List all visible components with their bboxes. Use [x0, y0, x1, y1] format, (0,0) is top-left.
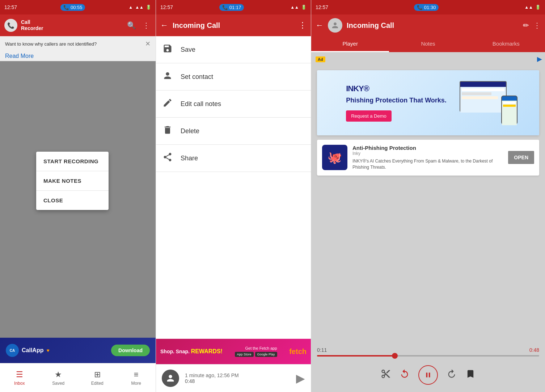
delete-icon	[162, 125, 173, 137]
player-controls: 0:11 0:48	[311, 343, 545, 392]
recording-timestamp: 1 minute ago, 12:56 PM	[185, 372, 290, 378]
more-nav-icon: ≡	[134, 370, 139, 379]
save-label: Save	[181, 46, 195, 54]
nav-edited-label: Edited	[91, 381, 103, 386]
popup-menu: START RECORDING MAKE NOTES CLOSE	[36, 152, 109, 210]
contact-icon	[162, 71, 173, 83]
open-ad-button[interactable]: OPEN	[508, 151, 534, 164]
secondary-ad-desc: INKY®'s AI Catches Everything From Spam …	[352, 158, 503, 170]
forward-button[interactable]	[447, 369, 457, 382]
player-area: Ad ▶ INKY® Phishing Protection That Work…	[311, 52, 545, 343]
download-button[interactable]: Download	[111, 345, 150, 356]
close-button[interactable]: CLOSE	[36, 191, 109, 210]
menu-more-icon[interactable]: ⋮	[299, 21, 307, 30]
status-time-1: 12:57	[4, 4, 17, 10]
app-logo: 📞	[4, 19, 17, 32]
call-timer-2: 📞 01:17	[219, 4, 244, 11]
octopus-logo: 🐙	[322, 145, 347, 170]
panel3-more-icon[interactable]: ⋮	[533, 21, 541, 30]
make-notes-button[interactable]: MAKE NOTES	[36, 171, 109, 191]
tabs-row: Player Notes Bookmarks	[311, 36, 545, 52]
panel3-edit-icon[interactable]: ✏	[523, 21, 529, 30]
progress-fill	[317, 355, 395, 357]
inky-tagline: Phishing Protection That Works.	[346, 96, 447, 105]
menu-header-title: Incoming Call	[173, 21, 294, 30]
edit-icon	[162, 98, 173, 110]
progress-thumb	[392, 353, 398, 359]
recording-avatar	[162, 370, 179, 387]
app-header-1: 📞 Call Recorder 🔍 ⋮	[0, 14, 156, 36]
more-icon[interactable]: ⋮	[141, 20, 151, 31]
app-title: Call Recorder	[21, 19, 122, 31]
nav-saved[interactable]: ★ Saved	[39, 363, 78, 392]
player-time-total: 0:48	[529, 347, 539, 353]
menu-item-share[interactable]: Share	[156, 145, 311, 172]
fetch-cta: Get the Fetch app	[235, 346, 277, 350]
fetch-ad-text1: Shop.	[160, 349, 174, 354]
bottom-nav: ☰ Inbox ★ Saved ⊞ Edited ≡ More	[0, 363, 156, 392]
pause-button[interactable]	[418, 365, 438, 385]
fetch-ad-text2: Snap.	[176, 349, 190, 354]
edited-icon: ⊞	[94, 370, 101, 379]
secondary-ad-brand: Inky	[352, 151, 416, 156]
menu-item-delete[interactable]: Delete	[156, 118, 311, 145]
nav-more[interactable]: ≡ More	[117, 363, 156, 392]
panel3-header: ← Incoming Call ✏ ⋮	[311, 14, 545, 36]
nav-edited[interactable]: ⊞ Edited	[78, 363, 117, 392]
delete-label: Delete	[181, 127, 199, 135]
menu-item-edit-notes[interactable]: Edit call notes	[156, 90, 311, 118]
call-timer-3: 📞 01:30	[414, 4, 439, 11]
close-icon[interactable]: ✕	[145, 40, 151, 48]
info-banner: Want to know why callers are not identif…	[0, 36, 156, 51]
progress-bar[interactable]	[317, 355, 539, 357]
start-recording-button[interactable]: START RECORDING	[36, 152, 109, 171]
panel-3: 12:57 📞 01:30 ▲▲ 🔋 ← Incoming Call ✏ ⋮ P…	[311, 0, 545, 392]
nav-inbox-label: Inbox	[14, 381, 25, 386]
inbox-icon: ☰	[16, 370, 23, 379]
share-icon	[162, 152, 173, 164]
callapp-logo-text: CallApp	[22, 347, 43, 354]
fetch-ad-highlight: REWARDS!	[191, 348, 223, 354]
nav-saved-label: Saved	[52, 381, 64, 386]
player-time-current: 0:11	[317, 347, 327, 353]
menu-item-set-contact[interactable]: Set contact	[156, 63, 311, 90]
status-bar-3: 12:57 📞 01:30 ▲▲ 🔋	[311, 0, 545, 14]
grey-overlay: START RECORDING MAKE NOTES CLOSE	[0, 61, 156, 338]
read-more-link[interactable]: Read More	[5, 53, 34, 59]
secondary-ad-title: Anti-Phishing Protection	[352, 145, 416, 151]
call-timer-1: 📞 00:55	[60, 4, 85, 11]
demo-button[interactable]: Request a Demo	[346, 110, 392, 122]
back-icon[interactable]: ←	[160, 21, 168, 30]
tab-notes[interactable]: Notes	[389, 36, 467, 52]
bookmark-button[interactable]	[465, 369, 476, 382]
inky-brand: INKY®	[346, 84, 447, 93]
ad-close-icon[interactable]: ▶	[537, 55, 542, 63]
ad-label: Ad	[316, 56, 325, 62]
tab-player[interactable]: Player	[311, 36, 389, 52]
saved-icon: ★	[55, 370, 62, 379]
status-bar-2: 12:57 📞 01:17 ▲▲ 🔋	[156, 0, 311, 14]
play-button[interactable]: ▶	[296, 371, 305, 385]
panel-1: 12:57 📞 00:55 ▲ ▲▲ 🔋 📞 Call Recorder 🔍 ⋮…	[0, 0, 156, 392]
search-icon[interactable]: 🔍	[126, 20, 138, 31]
inky-ad-card: INKY® Phishing Protection That Works. Re…	[317, 70, 539, 135]
fetch-logo: fetch	[289, 347, 307, 356]
rewind-button[interactable]	[400, 369, 410, 382]
status-icons-1: ▲ ▲▲ 🔋	[128, 5, 151, 10]
nav-inbox[interactable]: ☰ Inbox	[0, 363, 39, 392]
callapp-logo-icon: CA	[6, 344, 19, 357]
panel3-title: Incoming Call	[347, 21, 519, 30]
ad-device-mockup	[460, 81, 517, 125]
panel3-back-icon[interactable]: ←	[316, 21, 324, 30]
recording-row: 1 minute ago, 12:56 PM 0:48 ▶	[156, 364, 311, 392]
tab-bookmarks[interactable]: Bookmarks	[467, 36, 545, 52]
status-bar-1: 12:57 📞 00:55 ▲ ▲▲ 🔋	[0, 0, 156, 14]
share-label: Share	[181, 155, 198, 162]
menu-item-save[interactable]: Save	[156, 36, 311, 63]
secondary-ad: 🐙 Anti-Phishing Protection Inky INKY®'s …	[317, 140, 539, 176]
contact-avatar	[328, 18, 342, 33]
ad-banner-callapp: CA CallApp ♥ Download	[0, 338, 156, 363]
save-icon	[162, 43, 173, 56]
menu-header: ← Incoming Call ⋮	[156, 14, 311, 36]
cut-button[interactable]	[381, 369, 391, 382]
